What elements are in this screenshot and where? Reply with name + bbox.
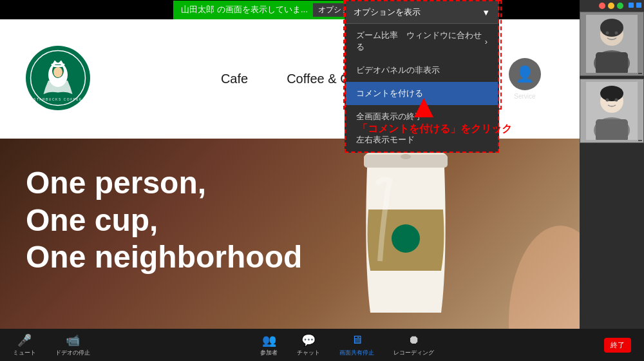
- indicator2: [636, 3, 641, 8]
- submenu-arrow-icon: ›: [485, 37, 488, 46]
- service-section: 👤 Service: [509, 58, 541, 100]
- svg-point-14: [401, 154, 411, 159]
- annotation-text: 「コメントを付ける」をクリック: [357, 122, 512, 136]
- exit-fullscreen-label: 全画面表示の終了: [356, 111, 423, 122]
- video-icon: 📹: [66, 333, 80, 347]
- participant-thumb-1: [580, 12, 644, 76]
- indicator: [629, 3, 634, 8]
- svg-point-8: [53, 67, 62, 77]
- sharing-text: 山田太郎 の画面を表示していま...: [181, 4, 307, 15]
- svg-point-27: [615, 99, 618, 102]
- service-label: Service: [514, 93, 535, 100]
- svg-point-7: [63, 63, 65, 65]
- starbucks-hero: One person, One cup, One neighborhood: [0, 139, 580, 329]
- svg-rect-28: [596, 119, 628, 140]
- share-label: 画面共有停止: [339, 349, 374, 357]
- hero-line3: One neighborhood: [26, 239, 302, 276]
- maximize-btn[interactable]: [617, 3, 623, 9]
- svg-rect-21: [596, 52, 628, 73]
- starbucks-logo: STARBUCKS COFFEE: [26, 46, 90, 113]
- toolbar-end[interactable]: 終了: [604, 338, 631, 353]
- end-label: 終了: [611, 340, 625, 350]
- toolbar-share[interactable]: 🖥 画面共有停止: [339, 333, 374, 357]
- coffee-cup: [348, 139, 464, 326]
- menu-item-zoom[interactable]: ズーム比率 ウィンドウに合わせる ›: [346, 24, 498, 59]
- toolbar-video[interactable]: 📹 ドデオの停止: [55, 333, 90, 357]
- svg-point-13: [392, 224, 420, 253]
- record-label: レコーディング: [393, 349, 434, 357]
- bottom-toolbar: 🎤 ミュート 📹 ドデオの停止 👥 参加者 💬 チャット 🖥 画面共有停止 ⏺ …: [0, 329, 644, 361]
- right-panel: [580, 0, 644, 329]
- toolbar-record[interactable]: ⏺ レコーディング: [393, 333, 434, 357]
- menu-item-hide-video[interactable]: ビデオパネルの非表示: [346, 59, 498, 82]
- participant-label-2: [638, 140, 642, 141]
- service-avatar: 👤: [509, 58, 541, 90]
- red-arrow-up-icon: [414, 98, 433, 117]
- arrow-annotation: [414, 98, 433, 117]
- share-icon: 🖥: [350, 333, 364, 347]
- hero-text: One person, One cup, One neighborhood: [26, 164, 302, 276]
- toolbar-participants[interactable]: 👥 参加者: [260, 333, 278, 357]
- mute-icon: 🎤: [17, 333, 32, 347]
- annotate-label: コメントを付ける: [356, 88, 423, 99]
- nav-cafe[interactable]: Cafe: [221, 72, 248, 86]
- zoom-label: ズーム比率 ウィンドウに合わせる: [356, 30, 485, 53]
- hero-line1: One person,: [26, 164, 302, 202]
- svg-text:STARBUCKS COFFEE: STARBUCKS COFFEE: [33, 97, 82, 101]
- participants-label: 参加者: [260, 349, 278, 357]
- svg-rect-9: [53, 65, 62, 67]
- options-menu-header[interactable]: オプションを表示 ▼: [346, 1, 498, 24]
- chat-icon: 💬: [301, 333, 316, 347]
- video-label: ドデオの停止: [55, 349, 90, 357]
- hide-video-label: ビデオパネルの非表示: [356, 64, 440, 76]
- participant-thumb-2: [580, 79, 644, 143]
- options-menu-title: オプションを表示: [354, 6, 421, 18]
- toolbar-chat[interactable]: 💬 チャット: [297, 333, 320, 357]
- svg-point-18: [600, 19, 623, 37]
- hero-line2: One cup,: [26, 202, 302, 239]
- minimize-btn[interactable]: [608, 3, 614, 9]
- svg-point-20: [615, 32, 618, 35]
- svg-point-19: [606, 32, 609, 35]
- hand-visual: [483, 219, 580, 329]
- participant-label-1: [638, 73, 642, 74]
- close-btn[interactable]: [599, 3, 605, 9]
- mute-label: ミュート: [13, 349, 36, 357]
- svg-point-26: [606, 99, 609, 102]
- toolbar-mute[interactable]: 🎤 ミュート: [13, 333, 36, 357]
- svg-point-25: [600, 86, 623, 101]
- chat-label: チャット: [297, 349, 320, 357]
- record-icon: ⏺: [407, 333, 421, 347]
- svg-point-6: [52, 63, 53, 65]
- chevron-icon: ▼: [482, 8, 490, 17]
- participants-icon: 👥: [262, 333, 276, 347]
